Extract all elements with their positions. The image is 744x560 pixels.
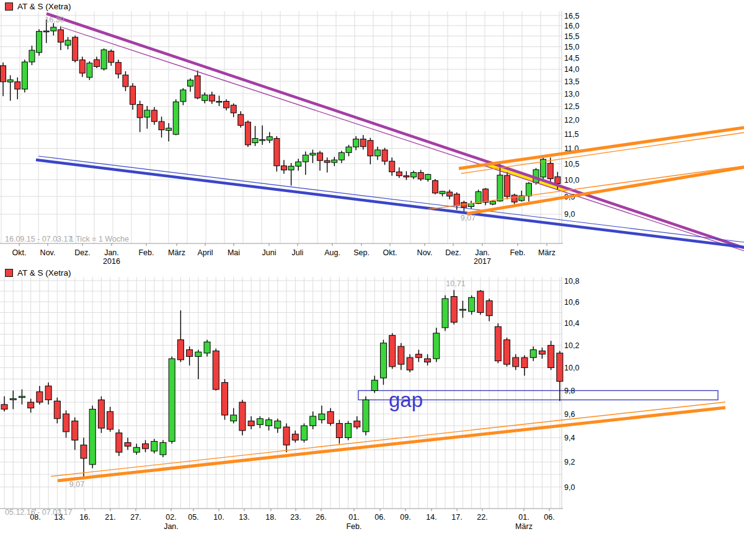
candle: [45, 386, 51, 400]
y-axis-label: 12,5: [564, 102, 579, 111]
candle: [418, 172, 423, 178]
trend-line-downtrend-major-thin: [62, 27, 744, 251]
y-axis-label: 10,5: [564, 160, 579, 168]
candle: [319, 414, 325, 420]
candle: [180, 90, 186, 102]
candle: [43, 31, 49, 32]
candlestick-charts-canvas: Okt.Nov.Dez.Jan.2016Feb.MärzAprilMaiJuni…: [0, 0, 744, 560]
y-axis-label: 14,5: [564, 54, 579, 63]
candle: [63, 414, 69, 432]
candle: [248, 421, 254, 426]
candle: [94, 59, 99, 66]
candle: [108, 51, 114, 63]
trend-line-uptrend-lower-thin: [428, 166, 744, 209]
candle: [187, 80, 193, 86]
x-axis-label: Juni: [262, 248, 277, 257]
x-axis-label: 01.: [518, 513, 529, 522]
x-axis-sublabel: März: [515, 522, 533, 531]
candle: [89, 409, 95, 465]
candle: [260, 139, 265, 141]
x-axis-label: 26.: [316, 513, 326, 522]
trend-line-uptrend-thick: [58, 408, 725, 481]
candle: [495, 326, 501, 361]
candle: [54, 401, 60, 418]
candle: [137, 105, 143, 118]
candle: [1, 405, 7, 409]
high-label: 16,30: [45, 15, 64, 24]
candle: [1, 66, 6, 82]
candle: [28, 402, 34, 408]
y-axis-label: 9,6: [564, 410, 575, 419]
candle: [7, 80, 13, 82]
candle: [547, 164, 553, 179]
y-axis-label: 9,8: [564, 387, 575, 395]
x-axis-label: 09.: [400, 513, 410, 522]
candle: [58, 30, 63, 42]
candle: [354, 421, 360, 427]
x-axis-label: April: [197, 248, 213, 257]
candle: [37, 32, 42, 53]
candle: [81, 445, 87, 458]
candle: [324, 160, 330, 162]
x-axis-label: Dez.: [74, 248, 91, 257]
x-axis-sublabel: Feb.: [346, 522, 361, 531]
candle: [368, 141, 373, 156]
candle: [222, 382, 228, 415]
candle: [497, 175, 503, 201]
x-axis-label: März: [168, 248, 185, 257]
candle: [432, 181, 438, 193]
x-axis-label: März: [538, 248, 556, 257]
candle: [454, 194, 459, 206]
x-axis-label: Okt.: [383, 248, 397, 257]
candle: [411, 172, 417, 177]
y-axis-label: 10,2: [564, 341, 579, 350]
candle: [310, 153, 316, 155]
x-axis-label: 06.: [374, 513, 385, 522]
candle: [360, 139, 366, 146]
candle: [548, 345, 554, 367]
candle: [151, 441, 157, 451]
y-axis-label: 15,0: [564, 43, 579, 51]
candle: [389, 161, 395, 172]
candle: [339, 152, 344, 160]
candle: [415, 354, 422, 357]
candle: [10, 399, 16, 400]
candle: [187, 350, 193, 357]
candle: [539, 351, 545, 354]
candle: [557, 353, 563, 382]
x-axis-label: Nov.: [40, 248, 56, 257]
candle: [169, 359, 175, 441]
x-axis-label: 27.: [130, 513, 141, 522]
x-axis-label: 21.: [105, 513, 115, 522]
candle: [374, 150, 380, 156]
candle: [346, 147, 352, 152]
candle: [151, 110, 157, 121]
x-axis-label: 06.: [544, 513, 554, 522]
candle: [301, 426, 307, 440]
x-axis-label: 13.: [239, 513, 249, 522]
candle: [209, 95, 215, 101]
y-axis-label: 15,5: [564, 32, 579, 41]
candle: [476, 191, 481, 203]
x-axis-label: 10.: [213, 513, 224, 522]
candle: [451, 297, 457, 323]
x-axis-label: Dez.: [445, 248, 461, 257]
x-axis-label: 18.: [265, 513, 276, 522]
x-axis-label: Nov.: [417, 248, 433, 257]
candle: [29, 50, 35, 62]
y-axis-label: 10,0: [564, 364, 579, 372]
candle: [504, 339, 510, 364]
candle: [195, 352, 202, 356]
candle: [490, 201, 495, 204]
candle: [363, 400, 369, 431]
x-axis-sublabel: Jan.: [164, 522, 179, 531]
candle: [288, 166, 294, 170]
candle: [303, 155, 308, 162]
x-axis-label: Sep.: [353, 248, 370, 257]
x-axis-label: Okt.: [12, 248, 27, 257]
candle: [231, 415, 237, 421]
x-axis-label: 16.: [79, 513, 90, 522]
candle: [425, 175, 431, 180]
candle: [65, 40, 71, 45]
candle: [442, 299, 448, 328]
